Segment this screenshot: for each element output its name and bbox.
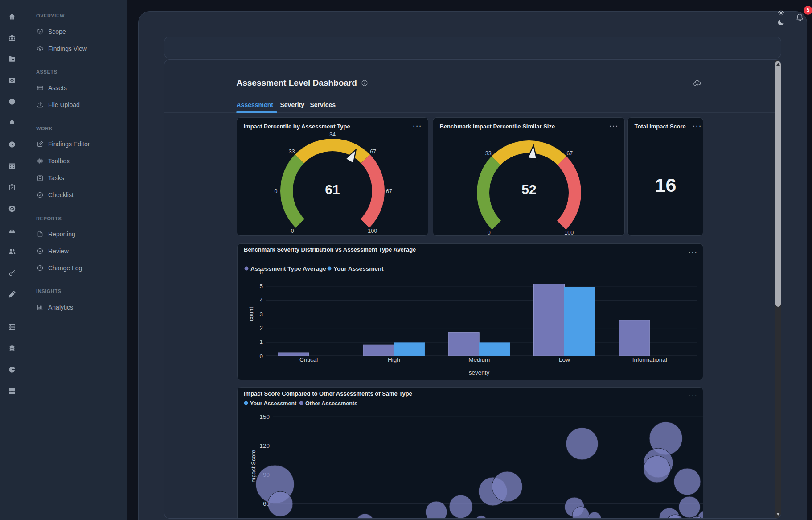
svg-text:0: 0 <box>291 228 294 234</box>
svg-text:Your Assessment: Your Assessment <box>333 265 384 272</box>
svg-text:52: 52 <box>521 182 536 197</box>
svg-text:33: 33 <box>288 149 295 155</box>
svg-text:severity: severity <box>469 369 490 376</box>
svg-text:4: 4 <box>259 297 263 304</box>
svg-text:Other Assessments: Other Assessments <box>305 400 357 407</box>
svg-text:67: 67 <box>370 149 376 155</box>
svg-text:67: 67 <box>566 150 573 157</box>
svg-text:33: 33 <box>485 150 491 157</box>
svg-text:1: 1 <box>259 338 263 345</box>
svg-text:0: 0 <box>487 230 490 236</box>
svg-text:100: 100 <box>368 228 377 234</box>
svg-text:100: 100 <box>564 230 574 236</box>
svg-text:Critical: Critical <box>299 356 318 363</box>
svg-text:6: 6 <box>259 269 263 276</box>
svg-text:2: 2 <box>259 325 263 331</box>
svg-text:120: 120 <box>259 442 270 449</box>
svg-text:count: count <box>248 307 254 321</box>
svg-text:Your Assessment: Your Assessment <box>250 400 297 407</box>
svg-text:Impact Score: Impact Score <box>250 450 257 484</box>
svg-text:0: 0 <box>259 353 263 359</box>
svg-text:High: High <box>388 356 400 363</box>
svg-text:34: 34 <box>329 132 336 138</box>
svg-text:0: 0 <box>274 188 277 194</box>
svg-text:67: 67 <box>386 188 392 194</box>
svg-text:3: 3 <box>259 311 263 318</box>
svg-text:Informational: Informational <box>632 356 667 363</box>
svg-text:5: 5 <box>259 283 263 289</box>
svg-text:Low: Low <box>559 356 570 363</box>
svg-text:150: 150 <box>259 413 270 420</box>
svg-text:Medium: Medium <box>468 356 490 363</box>
svg-text:61: 61 <box>325 182 340 197</box>
